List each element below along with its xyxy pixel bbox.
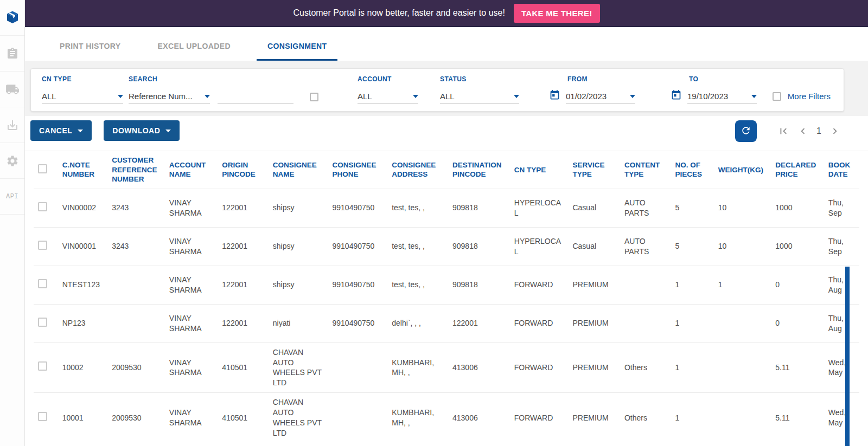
column-header-book-date: BOOK DATE <box>824 151 859 189</box>
more-filters-checkbox[interactable] <box>773 92 781 101</box>
sidebar-item-downloads[interactable] <box>0 107 24 143</box>
table-row[interactable]: 100022009530VINAY SHARMA410501CHAVAN AUT… <box>34 342 859 393</box>
column-header-account-name: ACCOUNT NAME <box>165 151 218 189</box>
cell-consignee-phone <box>328 342 388 393</box>
cell-service-type: PREMIUM <box>568 304 620 342</box>
sidebar-item-home[interactable] <box>0 0 24 36</box>
row-checkbox[interactable] <box>38 202 47 211</box>
cell-customer-reference-number <box>107 304 165 342</box>
status-filter: STATUS ALL <box>440 75 519 104</box>
cell-weight-kg: 1 <box>714 266 771 304</box>
previous-page-icon[interactable] <box>797 125 809 137</box>
tab-print-history[interactable]: PRINT HISTORY <box>49 33 132 61</box>
calendar-icon[interactable] <box>671 89 682 103</box>
chevron-down-icon <box>118 95 123 98</box>
package-logo-icon <box>4 9 21 27</box>
consignment-table-wrap: C.NOTE NUMBERCUSTOMER REFERENCE NUMBERAC… <box>25 151 868 443</box>
cell-consignee-phone: 9910490750 <box>328 266 388 304</box>
cell-origin-pincode: 122001 <box>218 266 268 304</box>
cell-weight-kg <box>714 342 771 393</box>
to-date-select[interactable]: 19/10/2023 <box>687 89 757 104</box>
cn-type-label: CN TYPE <box>42 75 123 83</box>
cell-declared-price: 0 <box>771 304 824 342</box>
cell-service-type: PREMIUM <box>568 266 620 304</box>
status-select[interactable]: ALL <box>440 89 519 104</box>
row-checkbox[interactable] <box>38 241 47 250</box>
cell-origin-pincode: 122001 <box>218 304 268 342</box>
gear-icon <box>6 154 19 167</box>
row-checkbox[interactable] <box>38 361 47 371</box>
table-row[interactable]: NTEST123VINAY SHARMA122001shipsy99104907… <box>34 266 859 304</box>
cell-weight-kg <box>714 304 771 342</box>
account-select[interactable]: ALL <box>358 89 418 104</box>
chevron-down-icon <box>413 95 418 98</box>
sidebar-item-orders[interactable] <box>0 36 24 72</box>
vertical-scrollbar[interactable] <box>845 267 850 446</box>
sidebar-item-settings[interactable] <box>0 143 24 179</box>
cell-consignee-address: KUMBHARI, MH, , <box>387 342 448 393</box>
search-input[interactable] <box>218 89 293 104</box>
cell-book-date: Wed, May <box>824 393 859 443</box>
cell-no-of-pieces: 5 <box>671 189 713 227</box>
sidebar-item-shipments[interactable] <box>0 72 24 107</box>
cell-content-type: Others <box>620 393 671 443</box>
cell-consignee-name: niyati <box>269 304 328 342</box>
table-row[interactable]: VIN000013243VINAY SHARMA122001shipsy9910… <box>34 227 859 266</box>
cell-destination-pincode: 413006 <box>448 393 510 443</box>
tab-excel-uploaded[interactable]: EXCEL UPLOADED <box>147 33 241 61</box>
cn-type-filter: CN TYPE ALL <box>42 75 123 104</box>
from-date-select[interactable]: 01/02/2023 <box>566 89 635 104</box>
take-me-there-button[interactable]: TAKE ME THERE! <box>514 4 600 23</box>
toolbar: CANCEL DOWNLOAD <box>25 119 868 151</box>
table-row[interactable]: NP123VINAY SHARMA122001niyati9910490750d… <box>34 304 859 342</box>
cn-type-select[interactable]: ALL <box>42 89 123 104</box>
cell-book-date: Thu, Aug <box>824 266 859 304</box>
cell-origin-pincode: 410501 <box>218 393 268 443</box>
cell-service-type: PREMIUM <box>568 342 620 393</box>
cell-book-date: Thu, Sep <box>824 227 859 266</box>
cancel-button-label: CANCEL <box>39 126 72 135</box>
refresh-button[interactable] <box>735 120 757 142</box>
results-panel: CANCEL DOWNLOAD <box>25 116 868 446</box>
cell-cn-type: HYPERLOCAL <box>510 227 569 266</box>
cell-declared-price: 1000 <box>771 189 824 227</box>
tab-consignment[interactable]: CONSIGNMENT <box>257 33 337 61</box>
row-checkbox[interactable] <box>38 412 47 421</box>
next-page-icon[interactable] <box>829 125 841 137</box>
search-exact-checkbox[interactable] <box>310 93 318 101</box>
main-area: Customer Portal is now better, faster an… <box>25 0 868 446</box>
cell-customer-reference-number: 3243 <box>107 227 165 266</box>
to-label: TO <box>689 75 757 83</box>
cell-service-type: Casual <box>568 227 620 266</box>
download-button[interactable]: DOWNLOAD <box>104 120 180 141</box>
table-row[interactable]: VIN000023243VINAY SHARMA122001shipsy9910… <box>34 189 859 227</box>
calendar-icon[interactable] <box>549 89 560 103</box>
consignment-table: C.NOTE NUMBERCUSTOMER REFERENCE NUMBERAC… <box>34 151 859 443</box>
cell-consignee-name: shipsy <box>269 266 328 304</box>
cell-consignee-address: test, tes, , <box>387 227 448 266</box>
row-checkbox[interactable] <box>38 318 47 327</box>
select-all-checkbox[interactable] <box>38 164 47 173</box>
more-filters-label[interactable]: More Filters <box>788 92 831 101</box>
first-page-icon[interactable] <box>777 125 789 137</box>
chevron-down-icon <box>165 130 171 132</box>
cell-account-name: VINAY SHARMA <box>165 189 218 227</box>
cell-cnote-number: 10001 <box>58 393 107 443</box>
search-type-select[interactable]: Reference Num... <box>129 89 210 104</box>
cancel-button[interactable]: CANCEL <box>30 120 92 141</box>
cell-cnote-number: 10002 <box>58 342 107 393</box>
download-button-label: DOWNLOAD <box>112 126 160 135</box>
row-checkbox[interactable] <box>38 279 47 288</box>
table-row[interactable]: 100012009530VINAY SHARMA410501CHAVAN AUT… <box>34 393 859 443</box>
cell-no-of-pieces: 5 <box>671 227 713 266</box>
cell-cn-type: FORWARD <box>510 393 569 443</box>
sidebar-item-api[interactable]: API <box>0 179 24 215</box>
chevron-down-icon <box>630 95 635 98</box>
account-value: ALL <box>358 92 372 101</box>
column-header-service-type: SERVICE TYPE <box>568 151 620 189</box>
cell-consignee-address: KUMBHARI, MH, , <box>387 393 448 443</box>
cell-consignee-phone: 9910490750 <box>328 304 388 342</box>
cell-declared-price: 1000 <box>771 227 824 266</box>
cell-origin-pincode: 122001 <box>218 189 268 227</box>
cell-consignee-phone <box>328 393 388 443</box>
